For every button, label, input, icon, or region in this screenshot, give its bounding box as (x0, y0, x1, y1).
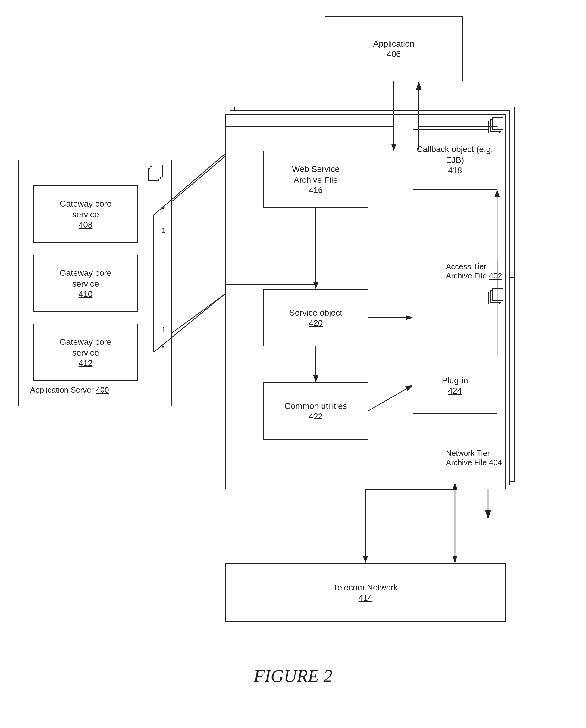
callback-object-box: Callback object (e.g.EJB) 418 (413, 129, 497, 190)
access-tier-label: Access TierArchive File 402 (446, 262, 502, 281)
network-tier-label: Network TierArchive File 404 (446, 449, 502, 467)
gateway-408-box: Gateway coreservice 408 (33, 185, 138, 243)
access-tier-stack-icon (488, 118, 505, 134)
telecom-network-box: Telecom Network 414 (225, 563, 506, 622)
callback-label: Callback object (e.g.EJB) (417, 144, 493, 166)
gateway-412-box: Gateway coreservice 412 (33, 324, 138, 381)
gateway-412-label: Gateway coreservice (60, 337, 112, 359)
application-num: 406 (387, 49, 401, 59)
plugin-box: Plug-in 424 (413, 357, 497, 414)
multiplicity-one1: 1 (162, 226, 166, 235)
service-object-num: 420 (309, 318, 323, 328)
common-utilities-box: Common utilities 422 (263, 382, 368, 440)
application-label: Application (373, 38, 415, 49)
figure-title: FIGURE 2 (254, 666, 333, 686)
multiplicity-star1: * (162, 205, 165, 214)
svg-rect-18 (492, 118, 503, 129)
figure-caption: FIGURE 2 (0, 666, 586, 686)
app-server-label: Application Server 400 (30, 385, 109, 395)
svg-rect-21 (492, 288, 503, 301)
common-utilities-num: 422 (309, 412, 323, 421)
application-box: Application 406 (325, 16, 463, 81)
app-server-stack-icon (148, 165, 164, 182)
svg-rect-24 (152, 165, 163, 177)
multiplicity-star2: * (162, 343, 165, 353)
web-service-archive-box: Web ServiceArchive File 416 (263, 151, 368, 208)
callback-num: 418 (448, 165, 462, 175)
telecom-num: 414 (359, 593, 373, 603)
service-object-box: Service object 420 (263, 289, 368, 346)
plugin-label: Plug-in (442, 375, 468, 386)
gateway-410-num: 410 (79, 289, 93, 299)
network-tier-stack-icon (488, 288, 505, 305)
gateway-410-box: Gateway coreservice 410 (33, 255, 138, 312)
gateway-408-label: Gateway coreservice (60, 199, 112, 220)
gateway-412-num: 412 (79, 358, 93, 368)
telecom-label: Telecom Network (333, 582, 398, 593)
web-service-num: 416 (309, 185, 323, 195)
common-utilities-label: Common utilities (285, 401, 347, 412)
gateway-408-num: 408 (79, 220, 93, 230)
gateway-410-label: Gateway coreservice (60, 268, 112, 290)
diagram: Application 406 Access TierArchive File … (0, 0, 586, 693)
web-service-label: Web ServiceArchive File (292, 164, 340, 186)
multiplicity-one2: 1 (162, 325, 166, 335)
plugin-num: 424 (448, 386, 462, 396)
service-object-label: Service object (289, 307, 342, 318)
